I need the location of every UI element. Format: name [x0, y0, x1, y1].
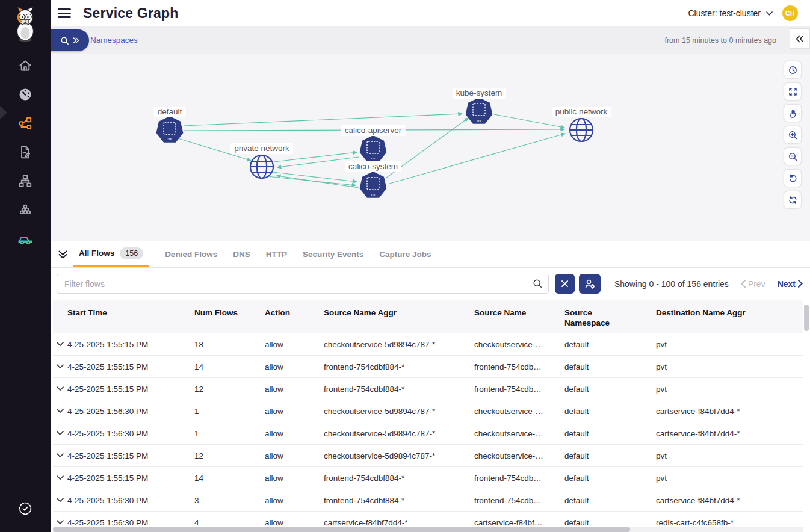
table-row[interactable]: 4-25-2025 1:56:30 PM 3 allow frontend-75…	[53, 489, 803, 512]
cell-dest-name-aggr: cartservice-f84bf7dd4-*	[656, 407, 803, 416]
sidebar-item-car[interactable]	[15, 229, 36, 249]
prev-page-button[interactable]: Prev	[741, 279, 765, 289]
sidebar-item-network[interactable]	[15, 171, 36, 191]
filter-flows-input[interactable]	[57, 274, 549, 294]
column-header-source-namespace[interactable]: Source Namespace	[564, 308, 656, 329]
vertical-scrollbar[interactable]	[804, 305, 809, 331]
table-row[interactable]: 4-25-2025 1:55:15 PM 14 allow frontend-7…	[53, 467, 803, 489]
cell-start-time: 4-25-2025 1:56:30 PM	[67, 429, 194, 438]
table-row[interactable]: 4-25-2025 1:55:15 PM 14 allow frontend-7…	[53, 356, 803, 378]
refresh-button[interactable]	[784, 191, 801, 208]
service-graph-icon	[17, 116, 33, 131]
node-label[interactable]: default	[154, 107, 186, 117]
cluster-selector[interactable]: Cluster: test-cluster	[688, 8, 773, 18]
cell-start-time: 4-25-2025 1:56:30 PM	[67, 496, 194, 505]
node-label[interactable]: kube-system	[453, 88, 506, 99]
row-expand-icon[interactable]	[53, 364, 67, 369]
table-row[interactable]: 4-25-2025 1:56:30 PM 1 allow checkoutser…	[53, 400, 803, 422]
node-label[interactable]: private network	[230, 143, 293, 154]
hamburger-menu-icon[interactable]	[58, 8, 71, 18]
row-expand-icon[interactable]	[53, 386, 67, 391]
next-page-button[interactable]: Next	[778, 279, 803, 289]
row-expand-icon[interactable]	[53, 342, 67, 347]
table-row[interactable]: 4-25-2025 1:55:15 PM 12 allow frontend-7…	[53, 378, 803, 400]
zoom-in-button[interactable]	[784, 126, 801, 143]
table-row[interactable]: 4-25-2025 1:56:30 PM 1 allow checkoutser…	[53, 422, 803, 445]
cell-source-namespace: default	[564, 474, 656, 483]
customize-columns-button[interactable]	[579, 274, 601, 294]
tab-denied-flows[interactable]: Denied Flows	[165, 241, 217, 267]
row-expand-icon[interactable]	[53, 520, 67, 525]
cell-source-name-aggr: checkoutservice-5d9894c787-*	[324, 429, 474, 438]
undo-button[interactable]	[784, 170, 801, 187]
cell-dest-name-aggr: pvt	[656, 451, 803, 460]
node-label[interactable]: calico-system	[345, 161, 401, 172]
cell-action: allow	[265, 518, 324, 527]
row-expand-icon[interactable]	[53, 409, 67, 413]
calico-cat-logo	[11, 5, 39, 45]
cell-action: allow	[265, 407, 324, 416]
cell-start-time: 4-25-2025 1:55:15 PM	[67, 362, 194, 371]
table-row[interactable]: 4-25-2025 1:55:15 PM 18 allow checkoutse…	[53, 333, 803, 356]
column-header-source-name[interactable]: Source Name	[474, 308, 564, 317]
row-expand-icon[interactable]	[53, 453, 67, 458]
showing-entries-label: Showing 0 - 100 of 156 entries	[614, 279, 729, 289]
tab-security-events[interactable]: Security Events	[303, 241, 363, 267]
clear-filter-button[interactable]	[555, 274, 575, 294]
column-header-dest-name-aggr[interactable]: Destination Name Aggr	[656, 308, 803, 317]
column-header-source-name-aggr[interactable]: Source Name Aggr	[324, 308, 474, 317]
fit-screen-button[interactable]	[784, 83, 801, 100]
cell-start-time: 4-25-2025 1:56:30 PM	[67, 518, 194, 527]
tab-http[interactable]: HTTP	[266, 241, 287, 267]
svg-text:ns: ns	[477, 119, 481, 122]
column-header-start-time[interactable]: Start Time	[67, 308, 194, 317]
zoom-out-button[interactable]	[784, 148, 801, 165]
flows-table-header: Start Time Num Flows Action Source Name …	[53, 300, 803, 333]
row-expand-icon[interactable]	[53, 475, 67, 480]
cell-source-namespace: default	[564, 429, 656, 438]
cell-num-flows: 12	[194, 451, 265, 460]
sidebar-item-compliance[interactable]	[15, 498, 36, 519]
time-settings-button[interactable]	[784, 61, 801, 78]
column-header-num-flows[interactable]: Num Flows	[194, 308, 265, 317]
row-expand-icon[interactable]	[53, 498, 67, 503]
graph-search-button[interactable]	[51, 29, 89, 51]
avatar[interactable]: CH	[782, 5, 798, 21]
horizontal-scrollbar-thumb[interactable]	[53, 527, 630, 532]
sidebar-item-dashboard[interactable]	[15, 84, 36, 105]
table-row[interactable]: 4-25-2025 1:55:15 PM 12 allow checkoutse…	[53, 445, 803, 467]
tab-capture-jobs[interactable]: Capture Jobs	[379, 241, 431, 267]
node-label[interactable]: calico-apiserver	[341, 125, 406, 136]
chevron-left-icon	[741, 280, 746, 288]
fit-screen-icon	[788, 87, 797, 96]
collapse-panel-button[interactable]	[790, 28, 810, 49]
node-label[interactable]: public network	[552, 107, 611, 117]
cell-action: allow	[265, 362, 324, 371]
pagination: Showing 0 - 100 of 156 entries Prev Next	[614, 274, 803, 294]
column-header-action[interactable]: Action	[265, 308, 324, 317]
chevrons-down-icon	[58, 249, 68, 259]
breadcrumb[interactable]: Namespaces	[90, 26, 138, 54]
refresh-icon	[788, 196, 797, 205]
sidebar	[0, 0, 51, 532]
sidebar-item-components[interactable]	[15, 200, 36, 220]
cell-num-flows: 14	[194, 362, 265, 371]
cell-source-namespace: default	[564, 362, 656, 371]
tab-count-badge: 156	[120, 247, 143, 259]
row-expand-icon[interactable]	[53, 431, 67, 436]
sidebar-item-service-graph[interactable]	[15, 113, 36, 134]
sidebar-item-home[interactable]	[15, 55, 36, 76]
chevron-right-icon	[798, 280, 803, 288]
horizontal-scrollbar-track[interactable]	[53, 527, 803, 532]
panel-collapse-button[interactable]	[58, 249, 68, 259]
pan-hand-button[interactable]	[784, 105, 801, 122]
service-graph-canvas[interactable]: ns ns ns ns	[51, 54, 810, 241]
chevrons-left-icon	[796, 35, 804, 43]
tab-dns[interactable]: DNS	[233, 241, 250, 267]
sidebar-item-policies[interactable]	[15, 142, 36, 162]
flows-panel: All Flows 156 Denied Flows DNS HTTP Secu…	[51, 241, 810, 532]
tab-all-flows[interactable]: All Flows 156	[73, 241, 149, 267]
node-private-network	[250, 155, 273, 178]
cell-source-name: cartservice-f84bf…	[474, 518, 564, 527]
zoom-in-icon	[788, 131, 797, 140]
